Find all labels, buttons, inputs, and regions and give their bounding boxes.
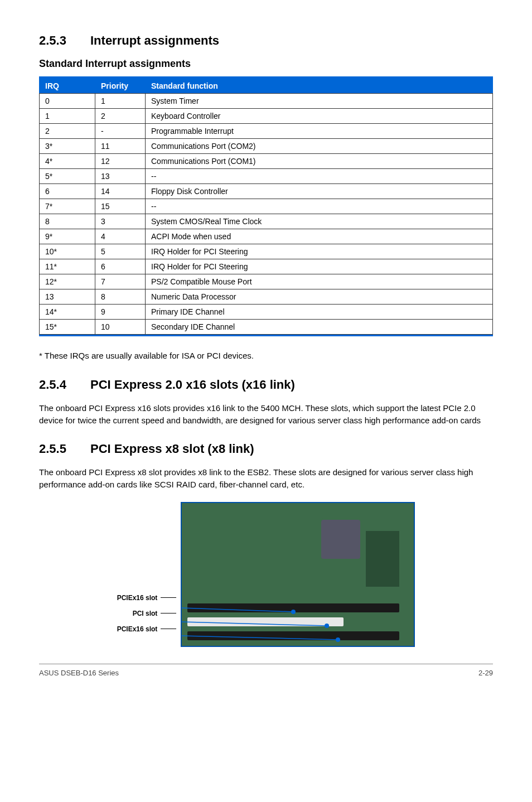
cell-irq: 3*: [40, 139, 95, 154]
section-title: PCI Express x8 slot (x8 link): [90, 442, 254, 456]
cell-priority: 4: [95, 229, 146, 244]
slot-labels: PCIEx16 slot PCI slot PCIEx16 slot: [117, 516, 177, 633]
table-row: 14*9Primary IDE Channel: [40, 305, 493, 320]
cell-func: System CMOS/Real Time Clock: [146, 214, 493, 229]
section-title: PCI Express 2.0 x16 slots (x16 link): [90, 378, 295, 392]
cell-irq: 1: [40, 109, 95, 124]
section-number: 2.5.4: [39, 378, 72, 392]
cell-func: --: [146, 169, 493, 184]
cell-priority: 10: [95, 320, 146, 335]
cell-irq: 11*: [40, 259, 95, 274]
header-irq: IRQ: [40, 79, 95, 94]
cell-func: Programmable Interrupt: [146, 124, 493, 139]
cell-irq: 7*: [40, 199, 95, 214]
cell-func: PS/2 Compatible Mouse Port: [146, 274, 493, 289]
cell-irq: 15*: [40, 320, 95, 335]
cell-priority: 14: [95, 184, 146, 199]
cell-func: ACPI Mode when used: [146, 229, 493, 244]
cell-irq: 6: [40, 184, 95, 199]
label-pciex16-bottom: PCIEx16 slot: [117, 625, 177, 633]
cell-func: Communications Port (COM1): [146, 154, 493, 169]
table-row: 5*13--: [40, 169, 493, 184]
table-header-row: IRQ Priority Standard function: [40, 79, 493, 94]
cell-func: IRQ Holder for PCI Steering: [146, 244, 493, 259]
cell-irq: 9*: [40, 229, 95, 244]
table-row: 15*10Secondary IDE Channel: [40, 320, 493, 335]
cell-priority: -: [95, 124, 146, 139]
cell-irq: 8: [40, 214, 95, 229]
table-row: 11*6IRQ Holder for PCI Steering: [40, 259, 493, 274]
cell-priority: 6: [95, 259, 146, 274]
table-row: 01System Timer: [40, 94, 493, 109]
irq-footnote: * These IRQs are usually available for I…: [39, 350, 493, 362]
motherboard-photo: [181, 502, 415, 647]
label-pciex16-top: PCIEx16 slot: [117, 594, 177, 602]
page-footer: ASUS DSEB-D16 Series 2-29: [39, 664, 493, 677]
irq-table: IRQ Priority Standard function 01System …: [39, 78, 493, 335]
table-row: 9*4ACPI Mode when used: [40, 229, 493, 244]
heading-2-5-5: 2.5.5 PCI Express x8 slot (x8 link): [39, 442, 493, 456]
subheading-standard-interrupt: Standard Interrupt assignments: [39, 58, 493, 70]
cell-priority: 1: [95, 94, 146, 109]
cell-irq: 10*: [40, 244, 95, 259]
cell-priority: 13: [95, 169, 146, 184]
heading-2-5-4: 2.5.4 PCI Express 2.0 x16 slots (x16 lin…: [39, 378, 493, 392]
cell-irq: 0: [40, 94, 95, 109]
svg-rect-5: [366, 531, 399, 587]
cell-priority: 9: [95, 305, 146, 320]
heading-2-5-3: 2.5.3 Interrupt assignments: [39, 33, 493, 48]
cell-func: Floppy Disk Controller: [146, 184, 493, 199]
header-func: Standard function: [146, 79, 493, 94]
table-row: 3*11Communications Port (COM2): [40, 139, 493, 154]
cell-irq: 5*: [40, 169, 95, 184]
table-row: 614Floppy Disk Controller: [40, 184, 493, 199]
cell-priority: 8: [95, 289, 146, 305]
motherboard-svg: [182, 503, 415, 647]
cell-priority: 11: [95, 139, 146, 154]
cell-irq: 13: [40, 289, 95, 305]
table-row: 10*5IRQ Holder for PCI Steering: [40, 244, 493, 259]
cell-func: System Timer: [146, 94, 493, 109]
footer-left: ASUS DSEB-D16 Series: [39, 669, 119, 677]
cell-priority: 7: [95, 274, 146, 289]
irq-table-wrapper: IRQ Priority Standard function 01System …: [39, 76, 493, 336]
table-row: 2-Programmable Interrupt: [40, 124, 493, 139]
section-title: Interrupt assignments: [90, 33, 219, 48]
label-pci: PCI slot: [133, 610, 177, 617]
cell-priority: 12: [95, 154, 146, 169]
pcie8-body: The onboard PCI Express x8 slot provides…: [39, 466, 493, 491]
section-pcie-x8: 2.5.5 PCI Express x8 slot (x8 link) The …: [39, 442, 493, 647]
cell-func: IRQ Holder for PCI Steering: [146, 259, 493, 274]
table-row: 12*7PS/2 Compatible Mouse Port: [40, 274, 493, 289]
cell-priority: 2: [95, 109, 146, 124]
cell-priority: 15: [95, 199, 146, 214]
section-pcie-x16: 2.5.4 PCI Express 2.0 x16 slots (x16 lin…: [39, 378, 493, 427]
cell-irq: 4*: [40, 154, 95, 169]
cell-func: Communications Port (COM2): [146, 139, 493, 154]
pcie16-body: The onboard PCI Express x16 slots provid…: [39, 402, 493, 427]
cell-irq: 2: [40, 124, 95, 139]
table-row: 12Keyboard Controller: [40, 109, 493, 124]
header-priority: Priority: [95, 79, 146, 94]
footer-right: 2-29: [478, 669, 493, 677]
cell-func: Keyboard Controller: [146, 109, 493, 124]
cell-priority: 5: [95, 244, 146, 259]
table-row: 4*12Communications Port (COM1): [40, 154, 493, 169]
cell-func: Secondary IDE Channel: [146, 320, 493, 335]
cell-irq: 12*: [40, 274, 95, 289]
motherboard-image-area: PCIEx16 slot PCI slot PCIEx16 slot: [39, 502, 493, 647]
svg-rect-2: [187, 617, 344, 626]
svg-rect-4: [321, 520, 360, 559]
table-row: 83System CMOS/Real Time Clock: [40, 214, 493, 229]
cell-func: --: [146, 199, 493, 214]
cell-priority: 3: [95, 214, 146, 229]
section-interrupt-assignments: 2.5.3 Interrupt assignments Standard Int…: [39, 33, 493, 362]
cell-func: Primary IDE Channel: [146, 305, 493, 320]
section-number: 2.5.3: [39, 33, 72, 48]
table-row: 138Numeric Data Processor: [40, 289, 493, 305]
cell-func: Numeric Data Processor: [146, 289, 493, 305]
table-row: 7*15--: [40, 199, 493, 214]
cell-irq: 14*: [40, 305, 95, 320]
section-number: 2.5.5: [39, 442, 72, 456]
